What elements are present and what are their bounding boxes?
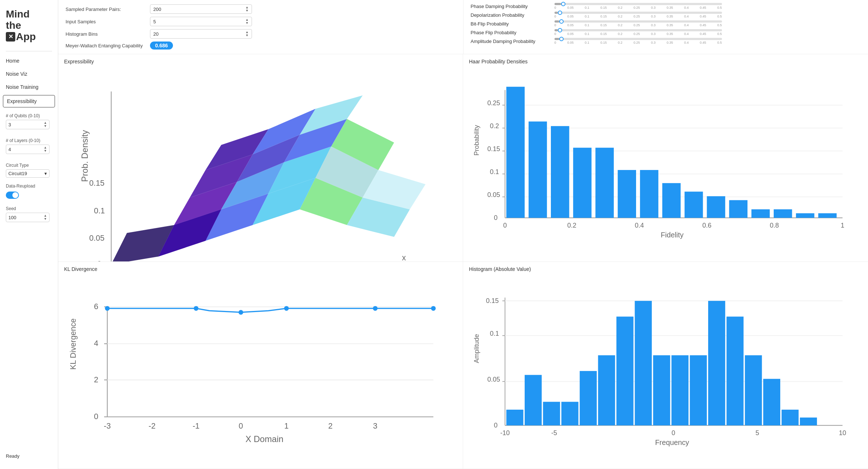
sidebar-item-noise-viz[interactable]: Noise Viz (0, 67, 58, 80)
input-samples-label: Input Samples (66, 19, 146, 24)
svg-text:2: 2 (328, 421, 333, 430)
noise-prob-label-3: Phase Flip Probability (471, 30, 555, 35)
left-charts: Expressibility (58, 54, 463, 469)
svg-rect-90 (751, 209, 770, 218)
noise-slider-thumb-1[interactable] (558, 11, 562, 15)
logo-icon: ✕ (6, 32, 15, 42)
sidebar-divider (6, 51, 52, 51)
svg-text:0.8: 0.8 (770, 222, 779, 229)
haar-svg: .haar-axis { font-size: 10px; fill: #666… (469, 67, 862, 257)
svg-rect-86 (662, 183, 680, 218)
svg-point-52 (373, 306, 378, 311)
charts-area: Expressibility (58, 54, 868, 469)
circuit-select[interactable]: Circuit19 ▾ (6, 169, 50, 178)
svg-rect-127 (782, 410, 799, 425)
qubits-spinner[interactable]: ▲ ▼ (44, 121, 47, 128)
histogram-title: Histogram (Absolute Value) (469, 266, 862, 272)
svg-rect-93 (818, 213, 836, 218)
layers-down[interactable]: ▼ (44, 149, 47, 153)
svg-rect-85 (640, 170, 658, 218)
qubits-down[interactable]: ▼ (44, 125, 47, 128)
data-reupload-label: Data-Reupload (6, 184, 52, 189)
circuit-label: Circuit Type (6, 163, 52, 168)
noise-slider-thumb-3[interactable] (558, 28, 562, 32)
noise-slider-track-3[interactable] (555, 29, 722, 31)
svg-text:-2: -2 (149, 421, 155, 430)
expressibility-svg: Prob. Density 0 0.05 0.1 0.15 Fidelity x (64, 67, 457, 262)
svg-rect-113 (525, 375, 542, 425)
svg-text:0.15: 0.15 (89, 178, 104, 188)
layers-control[interactable]: 4 ▲ ▼ (6, 145, 50, 154)
haar-title: Haar Probability Densities (469, 59, 862, 64)
seed-control[interactable]: 100 ▲ ▼ (6, 213, 50, 222)
noise-prob-row-0: Phase Damping Probability00.050.10.150.2… (471, 3, 861, 9)
svg-text:x: x (402, 253, 406, 261)
histogram-bins-row: Histogram Bins 20 ▲ ▼ (66, 29, 456, 39)
svg-marker-19 (111, 225, 174, 261)
svg-text:0: 0 (672, 429, 675, 437)
svg-text:2: 2 (94, 375, 98, 384)
chevron-down-icon: ▾ (44, 171, 47, 176)
data-reupload-toggle[interactable] (6, 192, 19, 199)
sidebar-item-home[interactable]: Home (0, 54, 58, 67)
layers-spinner[interactable]: ▲ ▼ (44, 146, 47, 153)
svg-text:0: 0 (494, 214, 497, 221)
seed-value: 100 (8, 215, 16, 220)
seed-section: Seed 100 ▲ ▼ (0, 202, 58, 226)
noise-slider-track-1[interactable] (555, 12, 722, 14)
right-charts: Haar Probability Densities .haar-axis { … (463, 54, 868, 469)
logo-line3: ✕App (6, 31, 52, 43)
logo: Mind the ✕App (0, 6, 58, 48)
svg-rect-121 (671, 355, 689, 425)
svg-text:0.1: 0.1 (94, 206, 105, 215)
svg-text:0: 0 (503, 222, 507, 229)
qubits-label: # of Qubits (0-10) (6, 113, 52, 118)
logo-line2: the (6, 20, 52, 31)
svg-rect-112 (506, 410, 524, 425)
svg-text:-3: -3 (104, 421, 111, 430)
svg-point-48 (105, 306, 110, 311)
svg-rect-89 (729, 200, 747, 218)
svg-rect-79 (506, 87, 525, 218)
expressibility-chart-container: Expressibility (58, 54, 463, 262)
noise-sliders-section: Phase Damping Probability00.050.10.150.2… (463, 0, 868, 54)
histogram-chart-inner: .hist-axis { font-size: 10px; fill: #666… (469, 275, 862, 465)
main-content: Sampled Parameter Pairs: 200 ▲ ▼ Input S… (58, 0, 868, 469)
svg-point-50 (238, 310, 243, 315)
qubits-control[interactable]: 3 ▲ ▼ (6, 120, 50, 129)
svg-rect-116 (580, 371, 597, 425)
noise-slider-track-2[interactable] (555, 20, 722, 23)
sidebar-item-expressibility[interactable]: Expressibility (3, 95, 55, 107)
svg-text:0.15: 0.15 (486, 297, 499, 304)
seed-spinner[interactable]: ▲ ▼ (44, 214, 47, 221)
svg-rect-126 (763, 379, 780, 425)
kl-chart-inner: .kl-axis { font-size: 10px; fill: #666; … (64, 275, 457, 465)
sampled-pairs-input[interactable]: 200 ▲ ▼ (150, 4, 252, 14)
sidebar-item-noise-training[interactable]: Noise Training (0, 80, 58, 94)
status-bar: Ready (0, 449, 58, 463)
noise-slider-track-4[interactable] (555, 38, 722, 40)
svg-text:0.15: 0.15 (487, 145, 500, 153)
svg-rect-118 (616, 316, 634, 425)
noise-slider-thumb-0[interactable] (561, 2, 565, 6)
svg-point-53 (431, 306, 436, 311)
svg-text:0.05: 0.05 (89, 233, 104, 243)
mw-badge: 0.686 (150, 42, 173, 50)
haar-chart-container: Haar Probability Densities .haar-axis { … (463, 54, 868, 262)
svg-text:0.2: 0.2 (567, 222, 576, 229)
svg-point-51 (284, 306, 289, 311)
sampled-pairs-row: Sampled Parameter Pairs: 200 ▲ ▼ (66, 4, 456, 14)
noise-prob-row-1: Depolarization Probability00.050.10.150.… (471, 12, 861, 18)
sampled-pairs-spinner[interactable]: ▲ ▼ (245, 6, 249, 12)
noise-slider-track-0[interactable] (555, 3, 722, 5)
seed-down[interactable]: ▼ (44, 217, 47, 221)
kl-svg: .kl-axis { font-size: 10px; fill: #666; … (64, 275, 457, 465)
input-samples-input[interactable]: 5 ▲ ▼ (150, 17, 252, 26)
svg-rect-124 (726, 316, 743, 425)
params-section: Sampled Parameter Pairs: 200 ▲ ▼ Input S… (58, 0, 463, 54)
histogram-bins-input[interactable]: 20 ▲ ▼ (150, 29, 252, 39)
svg-text:0.6: 0.6 (702, 222, 711, 229)
svg-rect-115 (561, 402, 579, 425)
svg-text:0.05: 0.05 (487, 191, 500, 198)
svg-text:0: 0 (239, 421, 243, 430)
